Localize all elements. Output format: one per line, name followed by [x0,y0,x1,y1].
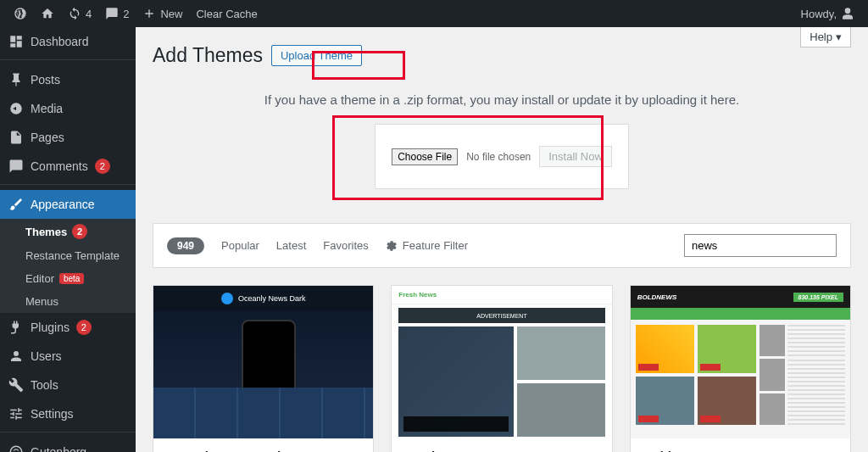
sidebar-item-label: Comments [31,159,88,173]
plugin-icon [8,320,24,335]
new-label: New [160,8,182,20]
clear-cache-button[interactable]: Clear Cache [189,0,264,27]
howdy-text: Howdy, [801,8,837,20]
upload-theme-button[interactable]: Upload Theme [271,45,362,66]
wp-logo-menu[interactable] [7,0,34,27]
plus-icon [142,7,156,20]
feature-filter-button[interactable]: Feature Filter [386,239,468,252]
wrench-icon [8,377,24,393]
theme-name: BoldNews [631,438,850,452]
theme-card[interactable]: Oceanly News Dark Oceanly News Dark [153,285,374,452]
appearance-submenu: Themes2 Restance Template Editorbeta Men… [0,219,136,313]
filter-popular[interactable]: Popular [221,239,259,252]
sidebar-item-label: Tools [31,378,58,392]
sidebar-item-tools[interactable]: Tools [0,371,136,399]
sidebar-subitem-menus[interactable]: Menus [0,290,136,313]
sidebar-item-label: Posts [31,73,60,86]
help-tab[interactable]: Help▾ [800,27,851,47]
new-content-menu[interactable]: New [136,0,189,27]
wordpress-icon [14,7,27,20]
main-content: Help▾ Add Themes Upload Theme If you hav… [136,27,868,452]
home-icon [41,7,54,20]
sidebar-item-pages[interactable]: Pages [0,123,136,152]
filter-favorites[interactable]: Favorites [323,239,368,252]
sidebar-item-label: Gutenberg [31,445,86,452]
page-title: Add Themes [153,44,263,67]
sidebar-item-posts[interactable]: Posts [0,65,136,94]
sidebar-subitem-restance[interactable]: Restance Template [0,244,136,267]
sidebar-item-label: Pages [31,131,64,144]
theme-card[interactable]: BOLDNEWS830.135 PIXEL BoldNews [630,285,851,452]
refresh-icon [68,7,81,20]
sidebar-item-label: Media [31,102,63,115]
admin-sidebar: Dashboard Posts Media Pages Comments2 Ap… [0,27,136,452]
comments-menu[interactable]: 2 [98,0,136,27]
sidebar-item-media[interactable]: Media [0,94,136,123]
file-status-text: No file chosen [466,151,531,163]
count-badge: 2 [76,320,92,335]
media-icon [8,101,24,116]
theme-card[interactable]: Fresh News ADVERTISEMENT Fresh News [391,285,612,452]
sliders-icon [8,406,24,421]
theme-screenshot: Fresh News ADVERTISEMENT [392,286,611,438]
sidebar-item-appearance[interactable]: Appearance [0,190,136,219]
sidebar-item-gutenberg[interactable]: Gutenberg [0,438,136,452]
upload-form: Choose File No file chosen Install Now [375,124,629,189]
theme-grid: Oceanly News Dark Oceanly News Dark Fres… [153,285,851,452]
sidebar-item-users[interactable]: Users [0,342,136,371]
sidebar-item-plugins[interactable]: Plugins2 [0,313,136,342]
sidebar-item-label: Users [31,349,62,363]
user-icon [8,349,24,364]
theme-filter-bar: 949 Popular Latest Favorites Feature Fil… [153,223,851,268]
filter-latest[interactable]: Latest [276,239,306,252]
sidebar-item-label: Plugins [31,321,70,334]
gutenberg-icon [8,444,24,452]
dashboard-icon [8,34,24,49]
sidebar-item-comments[interactable]: Comments2 [0,152,136,181]
theme-count-pill: 949 [167,237,204,254]
pin-icon [8,72,24,87]
install-now-button[interactable]: Install Now [539,146,612,167]
count-badge: 2 [95,159,110,174]
page-icon [8,130,24,145]
theme-name: Fresh News [392,438,611,452]
theme-name: Oceanly News Dark [153,438,373,452]
updates-menu[interactable]: 4 [61,0,98,27]
sidebar-item-dashboard[interactable]: Dashboard [0,27,136,56]
beta-badge: beta [59,273,84,284]
sidebar-item-label: Dashboard [31,35,89,48]
chevron-down-icon: ▾ [836,31,842,43]
site-menu[interactable] [34,0,61,27]
search-themes-input[interactable] [684,234,837,257]
comments-count: 2 [123,8,129,20]
sidebar-item-settings[interactable]: Settings [0,399,136,428]
avatar-icon [841,7,854,20]
upload-instructions: If you have a theme in a .zip format, yo… [153,92,851,107]
gear-icon [386,240,398,252]
brush-icon [8,197,24,212]
comment-icon [105,7,119,20]
choose-file-button[interactable]: Choose File [392,148,458,165]
comment-icon [8,159,24,174]
sidebar-subitem-editor[interactable]: Editorbeta [0,267,136,290]
sidebar-item-label: Appearance [31,198,95,211]
updates-count: 4 [86,8,92,20]
theme-screenshot: BOLDNEWS830.135 PIXEL [631,286,850,438]
sidebar-item-label: Settings [31,407,74,421]
admin-toolbar: 4 2 New Clear Cache Howdy, [0,0,868,27]
theme-screenshot: Oceanly News Dark [153,286,373,438]
account-menu[interactable]: Howdy, [794,0,861,27]
sidebar-subitem-themes[interactable]: Themes2 [0,219,136,244]
count-badge: 2 [72,224,87,239]
